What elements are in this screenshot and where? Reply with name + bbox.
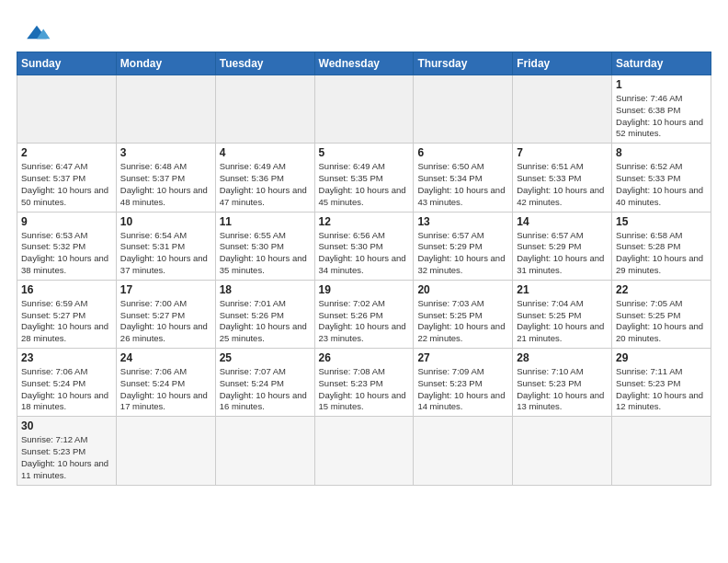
calendar-cell: 1Sunrise: 7:46 AM Sunset: 6:38 PM Daylig… (612, 75, 711, 144)
logo (17, 17, 53, 42)
calendar-week-1: 1Sunrise: 7:46 AM Sunset: 6:38 PM Daylig… (17, 75, 711, 144)
day-info: Sunrise: 6:58 AM Sunset: 5:28 PM Dayligh… (616, 230, 707, 277)
calendar-cell: 24Sunrise: 7:06 AM Sunset: 5:24 PM Dayli… (116, 349, 215, 417)
day-number: 9 (21, 215, 112, 228)
weekday-header-sunday: Sunday (17, 52, 117, 75)
calendar-cell (116, 417, 215, 485)
page: SundayMondayTuesdayWednesdayThursdayFrid… (0, 0, 728, 563)
day-info: Sunrise: 6:52 AM Sunset: 5:33 PM Dayligh… (616, 161, 707, 208)
calendar-cell: 19Sunrise: 7:02 AM Sunset: 5:26 PM Dayli… (314, 280, 414, 348)
day-number: 10 (120, 215, 211, 228)
day-number: 6 (417, 146, 508, 159)
calendar-cell: 9Sunrise: 6:53 AM Sunset: 5:32 PM Daylig… (17, 212, 117, 280)
day-info: Sunrise: 7:06 AM Sunset: 5:24 PM Dayligh… (21, 366, 112, 413)
day-number: 23 (21, 351, 112, 364)
day-number: 30 (21, 419, 112, 432)
day-info: Sunrise: 7:11 AM Sunset: 5:23 PM Dayligh… (616, 366, 707, 413)
calendar-cell: 8Sunrise: 6:52 AM Sunset: 5:33 PM Daylig… (612, 144, 711, 212)
day-number: 26 (319, 351, 410, 364)
day-info: Sunrise: 7:46 AM Sunset: 6:38 PM Dayligh… (616, 93, 707, 140)
day-info: Sunrise: 7:05 AM Sunset: 5:25 PM Dayligh… (616, 298, 707, 345)
day-info: Sunrise: 7:10 AM Sunset: 5:23 PM Dayligh… (517, 366, 608, 413)
calendar-cell: 23Sunrise: 7:06 AM Sunset: 5:24 PM Dayli… (17, 349, 117, 417)
day-number: 5 (319, 146, 410, 159)
header-area (17, 17, 711, 42)
calendar-cell (414, 417, 513, 485)
day-number: 25 (220, 351, 311, 364)
day-number: 11 (220, 215, 311, 228)
calendar-cell (116, 75, 215, 144)
day-info: Sunrise: 7:00 AM Sunset: 5:27 PM Dayligh… (120, 298, 211, 345)
logo-icon (20, 22, 53, 42)
day-number: 15 (616, 215, 707, 228)
day-info: Sunrise: 6:54 AM Sunset: 5:31 PM Dayligh… (120, 230, 211, 277)
day-info: Sunrise: 6:50 AM Sunset: 5:34 PM Dayligh… (417, 161, 508, 208)
day-number: 29 (616, 351, 707, 364)
day-info: Sunrise: 7:03 AM Sunset: 5:25 PM Dayligh… (417, 298, 508, 345)
calendar-cell: 13Sunrise: 6:57 AM Sunset: 5:29 PM Dayli… (414, 212, 513, 280)
weekday-header-friday: Friday (513, 52, 612, 75)
calendar-cell (215, 75, 314, 144)
calendar-week-2: 2Sunrise: 6:47 AM Sunset: 5:37 PM Daylig… (17, 144, 711, 212)
day-number: 4 (220, 146, 311, 159)
calendar-week-6: 30Sunrise: 7:12 AM Sunset: 5:23 PM Dayli… (17, 417, 711, 485)
calendar-cell (513, 75, 612, 144)
calendar-cell: 27Sunrise: 7:09 AM Sunset: 5:23 PM Dayli… (414, 349, 513, 417)
weekday-header-monday: Monday (116, 52, 215, 75)
day-info: Sunrise: 7:02 AM Sunset: 5:26 PM Dayligh… (319, 298, 410, 345)
day-number: 1 (616, 78, 707, 91)
day-number: 17 (120, 283, 211, 296)
day-number: 16 (21, 283, 112, 296)
calendar-cell (513, 417, 612, 485)
day-info: Sunrise: 7:08 AM Sunset: 5:23 PM Dayligh… (319, 366, 410, 413)
calendar-cell: 2Sunrise: 6:47 AM Sunset: 5:37 PM Daylig… (17, 144, 117, 212)
day-info: Sunrise: 6:55 AM Sunset: 5:30 PM Dayligh… (220, 230, 311, 277)
calendar-cell: 4Sunrise: 6:49 AM Sunset: 5:36 PM Daylig… (215, 144, 314, 212)
calendar-cell: 5Sunrise: 6:49 AM Sunset: 5:35 PM Daylig… (314, 144, 414, 212)
calendar-cell: 10Sunrise: 6:54 AM Sunset: 5:31 PM Dayli… (116, 212, 215, 280)
day-info: Sunrise: 6:48 AM Sunset: 5:37 PM Dayligh… (120, 161, 211, 208)
day-info: Sunrise: 6:56 AM Sunset: 5:30 PM Dayligh… (319, 230, 410, 277)
day-number: 2 (21, 146, 112, 159)
day-number: 7 (517, 146, 608, 159)
calendar-week-3: 9Sunrise: 6:53 AM Sunset: 5:32 PM Daylig… (17, 212, 711, 280)
calendar-cell (314, 75, 414, 144)
calendar: SundayMondayTuesdayWednesdayThursdayFrid… (17, 52, 711, 486)
calendar-cell: 12Sunrise: 6:56 AM Sunset: 5:30 PM Dayli… (314, 212, 414, 280)
calendar-cell (314, 417, 414, 485)
calendar-week-4: 16Sunrise: 6:59 AM Sunset: 5:27 PM Dayli… (17, 280, 711, 348)
day-number: 14 (517, 215, 608, 228)
calendar-cell: 14Sunrise: 6:57 AM Sunset: 5:29 PM Dayli… (513, 212, 612, 280)
day-info: Sunrise: 7:06 AM Sunset: 5:24 PM Dayligh… (120, 366, 211, 413)
day-info: Sunrise: 6:47 AM Sunset: 5:37 PM Dayligh… (21, 161, 112, 208)
day-number: 27 (417, 351, 508, 364)
day-number: 12 (319, 215, 410, 228)
day-number: 13 (417, 215, 508, 228)
day-info: Sunrise: 6:59 AM Sunset: 5:27 PM Dayligh… (21, 298, 112, 345)
calendar-cell (414, 75, 513, 144)
day-number: 21 (517, 283, 608, 296)
day-info: Sunrise: 6:57 AM Sunset: 5:29 PM Dayligh… (417, 230, 508, 277)
calendar-cell: 28Sunrise: 7:10 AM Sunset: 5:23 PM Dayli… (513, 349, 612, 417)
calendar-cell: 16Sunrise: 6:59 AM Sunset: 5:27 PM Dayli… (17, 280, 117, 348)
calendar-cell: 11Sunrise: 6:55 AM Sunset: 5:30 PM Dayli… (215, 212, 314, 280)
calendar-cell (215, 417, 314, 485)
weekday-header-saturday: Saturday (612, 52, 711, 75)
day-info: Sunrise: 6:57 AM Sunset: 5:29 PM Dayligh… (517, 230, 608, 277)
calendar-cell: 7Sunrise: 6:51 AM Sunset: 5:33 PM Daylig… (513, 144, 612, 212)
day-number: 3 (120, 146, 211, 159)
day-number: 28 (517, 351, 608, 364)
calendar-cell: 29Sunrise: 7:11 AM Sunset: 5:23 PM Dayli… (612, 349, 711, 417)
calendar-cell: 17Sunrise: 7:00 AM Sunset: 5:27 PM Dayli… (116, 280, 215, 348)
calendar-cell (17, 75, 117, 144)
day-number: 8 (616, 146, 707, 159)
calendar-cell: 26Sunrise: 7:08 AM Sunset: 5:23 PM Dayli… (314, 349, 414, 417)
day-info: Sunrise: 6:53 AM Sunset: 5:32 PM Dayligh… (21, 230, 112, 277)
calendar-cell: 15Sunrise: 6:58 AM Sunset: 5:28 PM Dayli… (612, 212, 711, 280)
calendar-cell: 30Sunrise: 7:12 AM Sunset: 5:23 PM Dayli… (17, 417, 117, 485)
weekday-header-tuesday: Tuesday (215, 52, 314, 75)
day-number: 19 (319, 283, 410, 296)
weekday-header-wednesday: Wednesday (314, 52, 414, 75)
calendar-cell (612, 417, 711, 485)
calendar-cell: 22Sunrise: 7:05 AM Sunset: 5:25 PM Dayli… (612, 280, 711, 348)
